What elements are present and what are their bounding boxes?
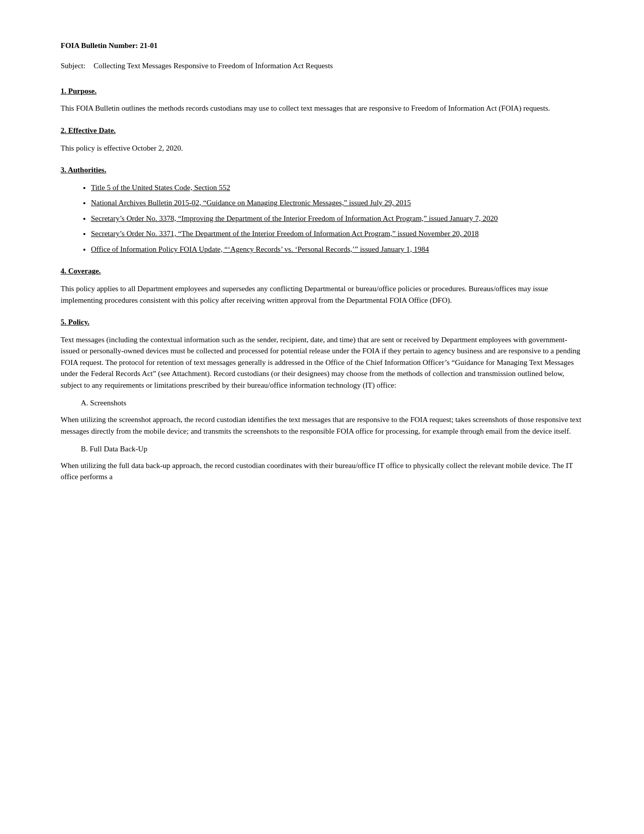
section-effective-date-heading: 2. Effective Date. [61, 125, 583, 136]
authority-item: National Archives Bulletin 2015-02, “Gui… [91, 197, 583, 209]
subject-line: Subject: Collecting Text Messages Respon… [61, 61, 583, 72]
subsection-b-body: When utilizing the full data back-up app… [61, 460, 583, 483]
section-purpose-title: Purpose. [68, 87, 96, 95]
section-policy-heading: 5. Policy. [61, 317, 583, 328]
section-purpose: 1. Purpose. This FOIA Bulletin outlines … [61, 86, 583, 114]
authority-item: Office of Information Policy FOIA Update… [91, 244, 583, 255]
section-authorities-title: Authorities. [68, 166, 106, 174]
authority-item: Secretary’s Order No. 3371, “The Departm… [91, 228, 583, 240]
subject-text: Collecting Text Messages Responsive to F… [93, 61, 333, 72]
section-policy: 5. Policy. Text messages (including the … [61, 317, 583, 483]
section-effective-date: 2. Effective Date. This policy is effect… [61, 125, 583, 154]
section-purpose-num: 1. [61, 87, 66, 95]
section-coverage-num: 4. [61, 267, 66, 275]
section-policy-title: Policy. [68, 318, 89, 326]
section-coverage: 4. Coverage. This policy applies to all … [61, 266, 583, 306]
section-coverage-body: This policy applies to all Department em… [61, 283, 583, 306]
section-authorities-num: 3. [61, 166, 66, 174]
section-effective-date-title: Effective Date. [68, 126, 116, 134]
section-coverage-heading: 4. Coverage. [61, 266, 583, 277]
authority-item: Title 5 of the United States Code, Secti… [91, 182, 583, 194]
subsection-a-heading: A. Screenshots [81, 398, 583, 409]
authorities-list: Title 5 of the United States Code, Secti… [61, 182, 583, 255]
section-purpose-body: This FOIA Bulletin outlines the methods … [61, 103, 583, 114]
subsection-a-body: When utilizing the screenshot approach, … [61, 414, 583, 437]
section-effective-date-body: This policy is effective October 2, 2020… [61, 143, 583, 154]
section-effective-date-num: 2. [61, 126, 66, 134]
subsection-b-heading: B. Full Data Back-Up [81, 444, 583, 455]
section-policy-num: 5. [61, 318, 66, 326]
bulletin-number: FOIA Bulletin Number: 21-01 [61, 40, 583, 52]
authority-item: Secretary’s Order No. 3378, “Improving t… [91, 213, 583, 224]
section-purpose-heading: 1. Purpose. [61, 86, 583, 97]
section-authorities: 3. Authorities. Title 5 of the United St… [61, 165, 583, 255]
section-authorities-heading: 3. Authorities. [61, 165, 583, 176]
section-coverage-title: Coverage. [68, 267, 101, 275]
section-policy-body: Text messages (including the contextual … [61, 334, 583, 391]
subject-label: Subject: [61, 61, 85, 72]
